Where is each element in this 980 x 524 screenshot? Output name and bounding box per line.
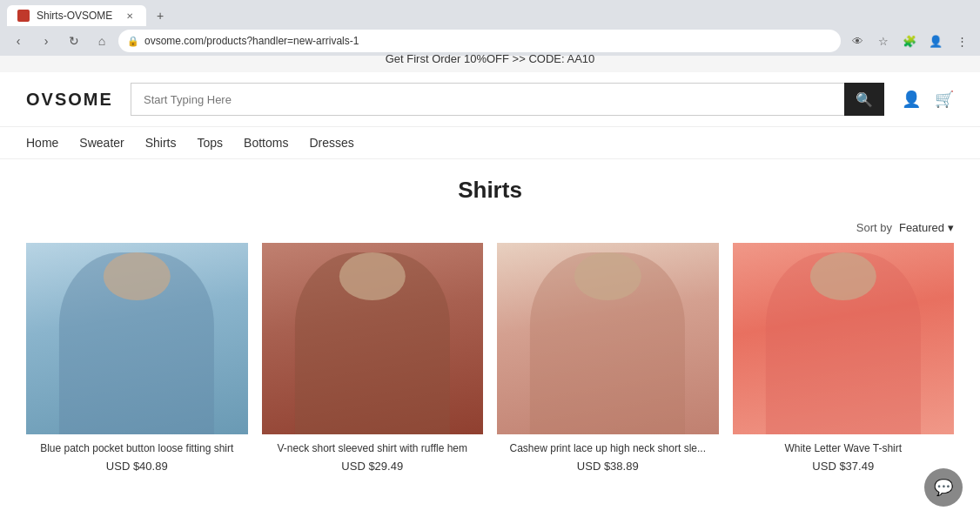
products-grid: Blue patch pocket button loose fitting s… <box>0 243 980 473</box>
refresh-button[interactable]: ↻ <box>63 30 85 52</box>
forward-button[interactable]: › <box>35 30 57 52</box>
product-name-4: White Letter Wave T-shirt <box>733 441 955 456</box>
product-price-2: USD $29.49 <box>262 460 484 473</box>
account-icon[interactable]: 👤 <box>902 90 921 109</box>
search-button[interactable]: 🔍 <box>844 83 884 116</box>
nav-item-dresses[interactable]: Dresses <box>309 136 353 150</box>
product-name-3: Cashew print lace up high neck short sle… <box>497 441 719 456</box>
chat-widget-button[interactable]: 💬 <box>924 468 963 507</box>
product-name-1: Blue patch pocket button loose fitting s… <box>26 441 248 456</box>
product-card[interactable]: Cashew print lace up high neck short sle… <box>497 243 719 473</box>
page-title: Shirts <box>17 177 963 204</box>
browser-icons: 👁 ☆ 🧩 👤 ⋮ <box>846 30 973 52</box>
star-icon[interactable]: ☆ <box>872 30 895 52</box>
product-image-4 <box>733 243 955 434</box>
nav-item-bottoms[interactable]: Bottoms <box>244 136 288 150</box>
cart-icon[interactable]: 🛒 <box>935 90 954 109</box>
sort-label: Sort by <box>856 221 892 234</box>
active-tab[interactable]: Shirts-OVSOME ✕ <box>7 5 146 26</box>
site-logo[interactable]: OVSOME <box>26 90 131 110</box>
site-search: 🔍 <box>131 83 884 116</box>
extensions-icon[interactable]: 🧩 <box>898 30 921 52</box>
search-input[interactable] <box>131 83 844 116</box>
site-header: OVSOME 🔍 👤 🛒 <box>0 72 980 127</box>
header-icons: 👤 🛒 <box>902 90 954 109</box>
figure-head-1 <box>104 252 170 300</box>
tab-close-button[interactable]: ✕ <box>124 10 136 22</box>
tab-bar: Shirts-OVSOME ✕ + <box>0 0 980 26</box>
tab-title: Shirts-OVSOME <box>37 10 117 22</box>
product-price-4: USD $37.49 <box>733 460 955 473</box>
chat-icon: 💬 <box>934 478 953 497</box>
sort-arrow-icon: ▾ <box>948 221 954 234</box>
promo-text: Get First Order 10%OFF >> CODE: AA10 <box>386 52 595 65</box>
product-card[interactable]: White Letter Wave T-shirt USD $37.49 <box>733 243 955 473</box>
product-price-1: USD $40.89 <box>26 460 248 473</box>
profile-icon[interactable]: 👤 <box>924 30 947 52</box>
home-button[interactable]: ⌂ <box>91 30 113 52</box>
back-button[interactable]: ‹ <box>7 30 30 52</box>
menu-icon[interactable]: ⋮ <box>950 30 973 52</box>
product-card[interactable]: V-neck short sleeved shirt with ruffle h… <box>262 243 484 473</box>
eye-off-icon[interactable]: 👁 <box>846 30 869 52</box>
website: Get First Order 10%OFF >> CODE: AA10 OVS… <box>0 45 980 524</box>
browser-chrome: Shirts-OVSOME ✕ + ‹ › ↻ ⌂ 🔒 ovsome.com/p… <box>0 0 980 45</box>
product-price-3: USD $38.89 <box>497 460 719 473</box>
url-text: ovsome.com/products?handler=new-arrivals… <box>144 35 832 47</box>
figure-head-3 <box>574 252 641 300</box>
tab-favicon <box>17 10 30 22</box>
site-nav: Home Sweater Shirts Tops Bottoms Dresses <box>0 127 980 159</box>
nav-item-home[interactable]: Home <box>26 136 58 150</box>
product-image-2 <box>262 243 484 434</box>
product-card[interactable]: Blue patch pocket button loose fitting s… <box>26 243 248 473</box>
nav-item-tops[interactable]: Tops <box>198 136 224 150</box>
sort-bar: Sort by Featured ▾ <box>0 221 980 243</box>
product-name-2: V-neck short sleeved shirt with ruffle h… <box>262 441 484 456</box>
product-image-3 <box>497 243 719 434</box>
sort-select[interactable]: Featured ▾ <box>899 221 954 234</box>
url-bar[interactable]: 🔒 ovsome.com/products?handler=new-arriva… <box>118 30 841 52</box>
nav-item-shirts[interactable]: Shirts <box>145 136 177 150</box>
figure-head-2 <box>339 252 406 300</box>
sort-value: Featured <box>899 221 944 234</box>
figure-head-4 <box>810 252 876 300</box>
product-image-1 <box>26 243 248 434</box>
nav-item-sweater[interactable]: Sweater <box>79 136 124 150</box>
address-bar: ‹ › ↻ ⌂ 🔒 ovsome.com/products?handler=ne… <box>0 26 980 56</box>
new-tab-button[interactable]: + <box>150 5 171 26</box>
page-title-section: Shirts <box>0 159 980 221</box>
